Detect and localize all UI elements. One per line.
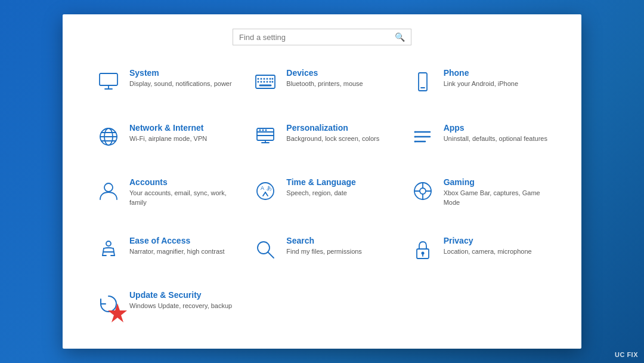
svg-point-36 (414, 136, 416, 137)
ease-text: Ease of Access Narrator, magnifier, high… (129, 236, 225, 256)
svg-line-42 (265, 192, 268, 196)
watermark: UC FIX (615, 351, 638, 358)
devices-title: Devices (286, 68, 363, 78)
network-title: Network & Internet (129, 123, 207, 133)
search-setting-desc: Find my files, permissions (286, 247, 362, 256)
update-desc: Windows Update, recovery, backup (129, 302, 232, 310)
time-title: Time & Language (286, 177, 355, 187)
ease-title: Ease of Access (129, 236, 225, 245)
search-setting-text: Search Find my files, permissions (286, 236, 362, 256)
system-desc: Display, sound, notifications, power (129, 79, 232, 88)
phone-icon (410, 69, 435, 94)
svg-line-43 (263, 192, 265, 196)
ease-desc: Narrator, magnifier, high contrast (129, 247, 225, 256)
svg-point-38 (104, 183, 113, 192)
lock-icon (410, 237, 435, 262)
gaming-desc: Xbox Game Bar, captures, Game Mode (444, 189, 548, 207)
search-setting-icon (253, 237, 278, 262)
svg-text:あ: あ (267, 185, 272, 191)
personalization-title: Personalization (286, 123, 379, 133)
privacy-desc: Location, camera, microphone (444, 247, 532, 256)
settings-item-system[interactable]: System Display, sound, notifications, po… (86, 60, 243, 115)
apps-desc: Uninstall, defaults, optional features (444, 134, 547, 143)
accounts-text: Accounts Your accounts, email, sync, wor… (129, 177, 234, 207)
gaming-text: Gaming Xbox Game Bar, captures, Game Mod… (444, 177, 548, 207)
time-desc: Speech, region, date (286, 189, 355, 198)
settings-item-gaming[interactable]: Gaming Xbox Game Bar, captures, Game Mod… (401, 169, 558, 227)
settings-item-accounts[interactable]: Accounts Your accounts, email, sync, wor… (86, 169, 243, 227)
apps-icon (410, 124, 435, 149)
settings-item-search[interactable]: Search Find my files, permissions (243, 227, 400, 282)
svg-text:A: A (261, 185, 264, 191)
settings-item-personalization[interactable]: Personalization Background, lock screen,… (243, 115, 400, 170)
keyboard-icon (253, 69, 278, 94)
accounts-title: Accounts (129, 177, 234, 187)
svg-point-31 (265, 129, 267, 131)
svg-point-30 (262, 129, 264, 131)
gaming-title: Gaming (444, 177, 548, 187)
privacy-title: Privacy (444, 236, 532, 245)
accounts-desc: Your accounts, email, sync, work, family (129, 189, 234, 207)
system-title: System (129, 68, 232, 78)
personalization-desc: Background, lock screen, colors (286, 134, 379, 143)
time-icon: A あ (253, 179, 278, 204)
network-desc: Wi-Fi, airplane mode, VPN (129, 134, 207, 143)
phone-title: Phone (444, 68, 518, 78)
ease-icon (96, 237, 121, 262)
settings-item-phone[interactable]: Phone Link your Android, iPhone (401, 60, 558, 115)
phone-text: Phone Link your Android, iPhone (444, 68, 518, 88)
settings-grid: System Display, sound, notifications, po… (86, 60, 558, 337)
svg-point-29 (259, 129, 261, 131)
settings-item-privacy[interactable]: Privacy Location, camera, microphone (401, 227, 558, 282)
monitor-icon (96, 69, 121, 94)
system-text: System Display, sound, notifications, po… (129, 68, 232, 88)
search-bar[interactable]: 🔍 (233, 29, 411, 45)
settings-item-apps[interactable]: Apps Uninstall, defaults, optional featu… (401, 115, 558, 170)
svg-marker-56 (108, 303, 127, 322)
globe-icon (96, 124, 121, 149)
svg-rect-0 (100, 73, 117, 85)
search-input[interactable] (239, 33, 395, 42)
gaming-icon (410, 179, 435, 204)
update-title: Update & Security (129, 290, 232, 300)
settings-item-network[interactable]: Network & Internet Wi-Fi, airplane mode,… (86, 115, 243, 170)
svg-point-45 (420, 188, 426, 194)
apps-title: Apps (444, 123, 547, 133)
privacy-text: Privacy Location, camera, microphone (444, 236, 532, 256)
devices-text: Devices Bluetooth, printers, mouse (286, 68, 363, 88)
person-icon (96, 179, 121, 204)
devices-desc: Bluetooth, printers, mouse (286, 79, 363, 88)
settings-item-ease[interactable]: Ease of Access Narrator, magnifier, high… (86, 227, 243, 282)
search-setting-title: Search (286, 236, 362, 245)
settings-item-time[interactable]: A あ Time & Language Speech, region, date (243, 169, 400, 227)
network-text: Network & Internet Wi-Fi, airplane mode,… (129, 123, 207, 143)
time-text: Time & Language Speech, region, date (286, 177, 355, 198)
svg-line-52 (268, 252, 274, 258)
search-icon: 🔍 (395, 32, 405, 42)
phone-desc: Link your Android, iPhone (444, 79, 518, 88)
settings-item-devices[interactable]: Devices Bluetooth, printers, mouse (243, 60, 400, 115)
update-text: Update & Security Windows Update, recove… (129, 290, 232, 310)
update-icon (96, 291, 121, 316)
apps-text: Apps Uninstall, defaults, optional featu… (444, 123, 547, 143)
settings-item-update[interactable]: Update & Security Windows Update, recove… (86, 282, 243, 337)
svg-point-37 (414, 140, 416, 142)
svg-point-50 (106, 241, 111, 246)
svg-point-35 (414, 131, 416, 133)
settings-panel: 🔍 System Display, sound, notifications, … (63, 14, 581, 349)
personalization-text: Personalization Background, lock screen,… (286, 123, 379, 143)
brush-icon (253, 124, 278, 149)
